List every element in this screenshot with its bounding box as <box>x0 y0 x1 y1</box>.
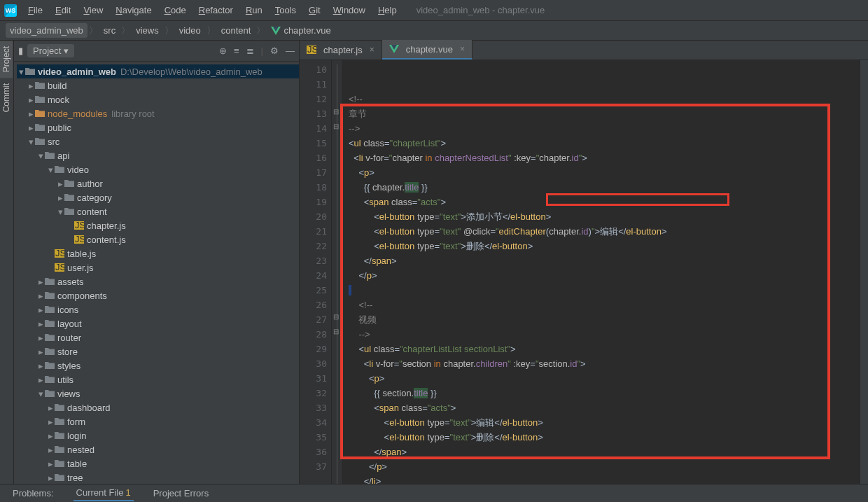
tree-item[interactable]: ▸public <box>17 120 299 134</box>
fold-strip[interactable]: ⊟ ⊟ ⊟ ⊟ <box>332 60 343 502</box>
code-line[interactable]: 视频 <box>349 312 860 327</box>
menu-edit[interactable]: Edit <box>50 2 76 18</box>
code-line[interactable]: <span class="acts"> <box>349 400 860 415</box>
tree-item[interactable]: ▸layout <box>17 316 299 330</box>
project-header: ▮ Project ▾ ⊕ ≡ ≣ | ⚙ — <box>14 41 299 62</box>
breadcrumb-item[interactable]: video <box>175 23 205 38</box>
tree-item[interactable]: ▸mock <box>17 92 299 106</box>
menu-navigate[interactable]: Navigate <box>110 2 157 18</box>
breadcrumb-item[interactable]: video_admin_web <box>6 23 88 38</box>
select-opened-file-icon[interactable]: ⊕ <box>219 46 227 56</box>
menu-run[interactable]: Run <box>240 2 268 18</box>
code-line[interactable] <box>349 283 860 298</box>
code-line[interactable]: <ul class="chapterListList sectionList"> <box>349 342 860 356</box>
code-line[interactable]: <el-button type="text">删除</el-button> <box>349 430 860 445</box>
menu-tools[interactable]: Tools <box>270 2 302 18</box>
code-line[interactable]: <el-button type="text">删除</el-button> <box>349 239 860 253</box>
tree-item[interactable]: ▸router <box>17 330 299 344</box>
status-current-file[interactable]: Current File1 <box>74 485 134 501</box>
project-toolwindow: ▮ Project ▾ ⊕ ≡ ≣ | ⚙ — ▾video_admin_web… <box>14 41 300 484</box>
close-icon[interactable]: × <box>460 44 465 54</box>
tree-item[interactable]: ▸nested <box>17 442 299 456</box>
code-line[interactable]: --> <box>349 121 860 136</box>
code-line[interactable]: <li v-for="section in chapter.children" … <box>349 356 860 371</box>
code-line[interactable]: <p> <box>349 165 860 180</box>
app-icon: WS <box>4 4 17 17</box>
menu-refactor[interactable]: Refactor <box>193 2 239 18</box>
menu-code[interactable]: Code <box>159 2 192 18</box>
line-gutter[interactable]: 1011121314151617181920212223242526272829… <box>300 60 332 502</box>
code-line[interactable]: <el-button type="text" @click="editChapt… <box>349 224 860 239</box>
tree-item[interactable]: ▸tree <box>17 470 299 484</box>
code-line[interactable]: <!-- <box>349 92 860 106</box>
tree-item[interactable]: ▸assets <box>17 274 299 288</box>
tree-item[interactable]: ▸form <box>17 414 299 428</box>
code-line[interactable]: </p> <box>349 268 860 283</box>
code-line[interactable]: </span> <box>349 445 860 459</box>
code-line[interactable]: <li v-for="chapter in chapterNestedList"… <box>349 151 860 165</box>
editor-tab[interactable]: chapter.vue× <box>382 40 472 60</box>
code-line[interactable]: 章节 <box>349 106 860 121</box>
tree-item[interactable]: ▾video <box>17 162 299 176</box>
code-line[interactable]: <ul class="chapterList"> <box>349 136 860 151</box>
code-area[interactable]: <!--章节--><ul class="chapterList"> <li v-… <box>343 60 860 502</box>
breadcrumb-item[interactable]: content <box>217 23 255 38</box>
status-project-errors[interactable]: Project Errors <box>150 486 211 501</box>
code-line[interactable]: <!-- <box>349 298 860 312</box>
code-line[interactable]: --> <box>349 327 860 342</box>
tree-item[interactable]: JScontent.js <box>17 232 299 246</box>
workarea: ▮ Project ▾ ⊕ ≡ ≣ | ⚙ — ▾video_admin_web… <box>14 41 868 484</box>
tree-item[interactable]: ▸table <box>17 456 299 470</box>
tree-item[interactable]: ▸components <box>17 288 299 302</box>
settings-gear-icon[interactable]: ⚙ <box>270 46 279 56</box>
breadcrumb-item[interactable]: src <box>99 23 120 38</box>
tree-item[interactable]: ▾api <box>17 148 299 162</box>
code-line[interactable]: </p> <box>349 459 860 474</box>
editor-tab[interactable]: JSchapter.js× <box>300 40 382 60</box>
tree-item[interactable]: ▾src <box>17 134 299 148</box>
tree-item[interactable]: ▸category <box>17 190 299 204</box>
tree-item[interactable]: ▸store <box>17 344 299 358</box>
expand-all-icon[interactable]: ≡ <box>234 46 239 56</box>
project-tree[interactable]: ▾video_admin_webD:\Develop\Web\video_adm… <box>14 62 299 484</box>
side-tab-commit[interactable]: Commit <box>0 78 13 118</box>
code-line[interactable]: {{ section.title }} <box>349 386 860 400</box>
tree-item[interactable]: ▾content <box>17 204 299 218</box>
code-line[interactable]: </span> <box>349 253 860 268</box>
menu-git[interactable]: Git <box>303 2 326 18</box>
code-line[interactable]: <span class="acts"> <box>349 195 860 209</box>
tree-item[interactable]: ▸utils <box>17 372 299 386</box>
tree-item[interactable]: ▸node_moduleslibrary root <box>17 106 299 120</box>
menu-help[interactable]: Help <box>372 2 402 18</box>
tree-item[interactable]: JSuser.js <box>17 260 299 274</box>
collapse-all-icon[interactable]: ≣ <box>246 46 254 56</box>
code-line[interactable]: {{ chapter.title }} <box>349 180 860 195</box>
code-line[interactable]: <el-button type="text">添加小节</el-button> <box>349 209 860 224</box>
tree-item[interactable]: JStable.js <box>17 246 299 260</box>
code-line[interactable]: <el-button type="text">编辑</el-button> <box>349 415 860 430</box>
hide-toolwindow-icon[interactable]: — <box>286 46 295 56</box>
editor-pane: JSchapter.js×chapter.vue× 10111213141516… <box>300 41 868 484</box>
code-line[interactable]: <p> <box>349 371 860 386</box>
tree-root[interactable]: ▾video_admin_webD:\Develop\Web\video_adm… <box>17 64 299 78</box>
menu-bar: WS FileEditViewNavigateCodeRefactorRunTo… <box>0 0 868 21</box>
close-icon[interactable]: × <box>370 45 374 55</box>
menu-window[interactable]: Window <box>328 2 371 18</box>
editor-tabs: JSchapter.js×chapter.vue× <box>300 41 868 60</box>
tree-item[interactable]: ▸login <box>17 428 299 442</box>
tree-item[interactable]: ▸author <box>17 176 299 190</box>
status-problems[interactable]: Problems: <box>10 486 57 501</box>
tree-item[interactable]: ▸dashboard <box>17 400 299 414</box>
side-tab-project[interactable]: Project <box>0 41 13 78</box>
breadcrumb-item[interactable]: views <box>132 23 163 38</box>
tree-item[interactable]: ▸icons <box>17 302 299 316</box>
tree-item[interactable]: ▾views <box>17 386 299 400</box>
menu-view[interactable]: View <box>78 2 108 18</box>
tree-item[interactable]: ▸build <box>17 78 299 92</box>
tree-item[interactable]: JSchapter.js <box>17 218 299 232</box>
project-title-dropdown[interactable]: Project ▾ <box>27 44 74 57</box>
menu-file[interactable]: File <box>22 2 48 18</box>
js-icon: JS <box>307 46 316 54</box>
breadcrumb-item[interactable]: chapter.vue <box>267 23 335 38</box>
tree-item[interactable]: ▸styles <box>17 358 299 372</box>
